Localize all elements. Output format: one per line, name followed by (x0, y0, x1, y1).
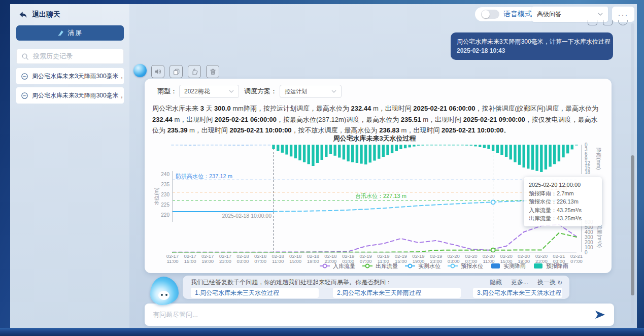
svg-text:11:00: 11:00 (483, 258, 494, 264)
svg-text:降雨(mm): 降雨(mm) (596, 148, 601, 170)
suggestion-item-3[interactable]: 3.周公宅水库未来三天洪水过程 (473, 288, 562, 298)
svg-text:07:00: 07:00 (254, 258, 266, 264)
voice-mode-label: 语音模式 (503, 10, 532, 19)
svg-text:03:00: 03:00 (448, 258, 460, 264)
svg-text:18: 18 (585, 170, 591, 175)
more-menu-button[interactable]: ··· (612, 7, 634, 22)
hide-button[interactable]: 隐藏 (490, 278, 502, 287)
svg-text:台汛水位：227.13 m: 台汛水位：227.13 m (355, 193, 406, 199)
answer-card: 雨型： 2022梅花 调度方案： 控运计划 周公宅水库未来 3 天 300.0 … (145, 79, 612, 273)
svg-text:15:00: 15:00 (184, 258, 196, 264)
qa-mode-value: 高级问答 (537, 10, 561, 19)
speaker-icon[interactable] (151, 65, 164, 78)
assistant-avatar (133, 64, 147, 77)
chat-bubble-icon (21, 73, 28, 80)
plan-select[interactable]: 控运计划 (280, 85, 342, 98)
voice-mode-control: 语音模式 (475, 7, 538, 21)
trash-icon[interactable] (206, 65, 219, 78)
input-placeholder: 有问题尽管问... (153, 310, 198, 319)
svg-text:230: 230 (161, 192, 170, 197)
svg-text:流量(m³/s): 流量(m³/s) (597, 224, 602, 248)
svg-text:19:00: 19:00 (201, 258, 214, 264)
suggestions-intro: 我们已经答复数千个问题，你的难题我们处理起来轻而易举。你是否想问： (191, 278, 392, 287)
clear-screen-label: 清屏 (68, 28, 83, 38)
svg-text:11:00: 11:00 (166, 258, 178, 264)
svg-text:07:00: 07:00 (570, 258, 583, 264)
exit-chat-button[interactable]: 退出聊天 (18, 10, 60, 19)
forecast-summary-text: 周公宅水库未来 3 天 300.0 mm降雨，按控运计划调度，最高水位为 232… (152, 103, 604, 136)
toggle-knob (482, 10, 490, 18)
refresh-icon: ↻ (557, 279, 562, 286)
svg-text:231.13 m: 231.13 m (544, 185, 567, 191)
svg-text:225: 225 (161, 202, 170, 208)
chevron-down-icon (598, 13, 603, 16)
assistant-toolbar (151, 65, 219, 78)
suggestions-panel: 我们已经答复数千个问题，你的难题我们处理起来轻而易举。你是否想问： 隐藏 更多.… (183, 276, 569, 299)
exit-chat-label: 退出聊天 (32, 10, 60, 19)
svg-text:周公宅水库未来3天水位过程: 周公宅水库未来3天水位过程 (332, 135, 416, 142)
scrollbar-thumb[interactable] (631, 155, 634, 295)
chevron-down-icon (229, 90, 234, 93)
plan-value: 控运计划 (285, 88, 307, 95)
history-item-label: 周公宅水库未来3天降雨300毫米，... (32, 72, 124, 81)
chart-canvas: 周公宅水库未来3天水位过程2025-02-18 10:00:00防洪高水位：23… (152, 135, 604, 270)
brush-icon (57, 29, 64, 37)
search-placeholder: 搜索历史记录 (33, 52, 73, 61)
svg-text:235: 235 (161, 182, 170, 187)
user-message-time: 2025-02-18 10:43 (457, 46, 607, 55)
svg-text:03:00: 03:00 (237, 258, 249, 264)
suggestions-actions: 隐藏 更多... 换一换 ↻ (490, 278, 562, 287)
svg-text:0: 0 (585, 250, 588, 255)
send-arrow-icon[interactable] (594, 309, 606, 322)
ellipsis-icon: ··· (618, 10, 629, 19)
svg-text:入库流量: 入库流量 (333, 263, 355, 269)
thumbs-up-icon[interactable] (188, 65, 201, 78)
print-icon[interactable] (603, 20, 613, 25)
voice-mode-toggle[interactable] (481, 10, 499, 19)
rain-type-label: 雨型： (157, 85, 177, 98)
more-button[interactable]: 更多... (511, 278, 528, 287)
copy-icon[interactable] (170, 65, 183, 78)
history-item-label: 周公宅水库未来3天降雨300毫米，... (32, 91, 124, 100)
svg-text:防洪高水位：237.12 m: 防洪高水位：237.12 m (176, 173, 232, 179)
chat-bubble-icon (21, 92, 28, 99)
history-item[interactable]: 周公宅水库未来3天降雨300毫米，... (16, 87, 124, 104)
chevron-down-icon (331, 90, 336, 93)
svg-text:07:00: 07:00 (360, 258, 372, 264)
suggestion-item-1[interactable]: 1.周公宅水库未来三天水位过程 (191, 288, 319, 298)
bottom-border (0, 328, 644, 336)
qa-mode-select[interactable]: 高级问答 (532, 7, 608, 22)
copy-icon[interactable] (588, 20, 597, 25)
svg-text:220: 220 (161, 212, 170, 218)
svg-text:出库流量: 出库流量 (376, 263, 398, 269)
reply-arrow-icon (18, 10, 28, 19)
svg-text:水位(m): 水位(m) (154, 188, 159, 206)
clear-screen-button[interactable]: 清屏 (16, 25, 124, 41)
svg-text:23:00: 23:00 (219, 258, 231, 264)
search-icon (21, 53, 29, 60)
svg-text:预报水位: 预报水位 (461, 263, 483, 269)
water-level-chart: 周公宅水库未来3天水位过程2025-02-18 10:00:00防洪高水位：23… (152, 135, 604, 270)
history-item[interactable]: 周公宅水库未来3天降雨300毫米，... (16, 68, 124, 84)
search-input[interactable]: 搜索历史记录 (16, 49, 124, 64)
svg-text:15:00: 15:00 (289, 258, 301, 264)
svg-text:19:00: 19:00 (307, 258, 319, 264)
suggestion-item-2[interactable]: 2.周公宅水库未来三天降雨过程 (333, 288, 461, 298)
svg-text:2025-02-18 10:00:00: 2025-02-18 10:00:00 (222, 213, 272, 219)
message-input[interactable]: 有问题尽管问... (145, 304, 614, 326)
svg-text:实测水位: 实测水位 (418, 263, 440, 269)
user-message-text: 周公宅水库未来3天降雨300毫米，计算一下水库水位过程 (457, 37, 607, 46)
rain-type-select[interactable]: 2022梅花 (179, 85, 239, 98)
rain-type-value: 2022梅花 (184, 87, 210, 96)
svg-text:预报降雨: 预报降雨 (546, 263, 568, 269)
sidebar: 退出聊天 清屏 搜索历史记录 周公宅水库未来3天降雨300毫米，... 周公宅水… (10, 4, 130, 329)
plan-label: 调度方案： (244, 85, 277, 98)
svg-text:实测降雨: 实测降雨 (503, 263, 526, 269)
user-icon[interactable] (618, 20, 628, 25)
user-message-bubble: 周公宅水库未来3天降雨300毫米，计算一下水库水位过程 2025-02-18 1… (451, 32, 613, 60)
refresh-button[interactable]: 换一换 ↻ (537, 278, 562, 287)
svg-text:11:00: 11:00 (272, 258, 284, 264)
svg-text:240: 240 (161, 172, 170, 177)
